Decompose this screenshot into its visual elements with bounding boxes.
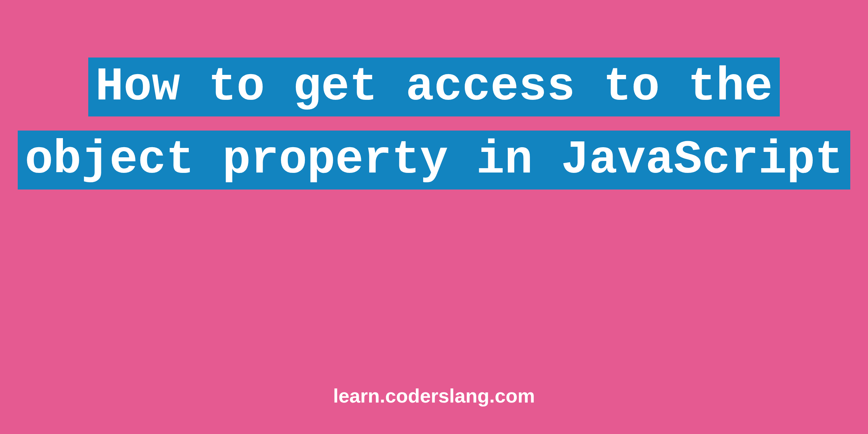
footer-text: learn.coderslang.com [333,385,535,407]
title-container: How to get access to the object property… [0,51,868,196]
footer: learn.coderslang.com [0,384,868,407]
page-title: How to get access to the object property… [18,58,850,190]
